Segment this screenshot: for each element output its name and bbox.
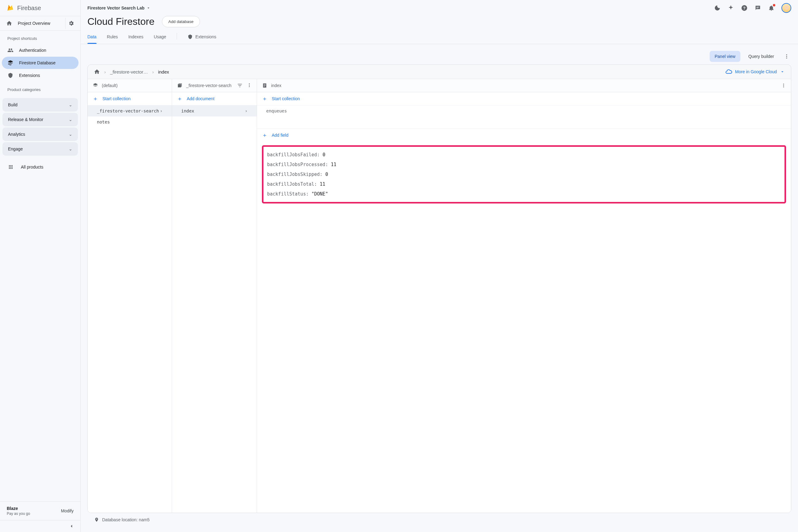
add-document-button[interactable]: ＋ Add document [172, 92, 257, 106]
start-collection-button[interactable]: ＋ Start collection [257, 92, 791, 106]
field-row[interactable]: backfillJobsSkipped: 0 [267, 169, 781, 179]
category-label: Engage [8, 147, 23, 151]
tabs: Data Rules Indexes Usage Extensions [81, 27, 798, 44]
document-detail-column: index ＋ Start collection enqueues [257, 79, 791, 513]
item-label: notes [97, 119, 110, 125]
home-icon[interactable] [94, 69, 100, 75]
cloud-icon [725, 68, 732, 75]
action-label: Add field [272, 133, 288, 138]
collection-icon [177, 83, 182, 88]
category-label: Build [8, 102, 17, 107]
chevron-down-icon [780, 69, 785, 74]
shortcuts-label: Project shortcuts [0, 31, 80, 44]
plus-icon: ＋ [262, 96, 268, 101]
sidebar-project-overview[interactable]: Project Overview [4, 20, 65, 26]
query-builder-button[interactable]: Query builder [743, 51, 779, 62]
sidebar-item-label: Firestore Database [19, 60, 55, 65]
category-release[interactable]: Release & Monitor⌄ [2, 113, 78, 126]
svg-point-15 [783, 87, 784, 87]
all-products[interactable]: All products [0, 159, 80, 175]
more-icon[interactable] [781, 83, 786, 88]
notification-dot [773, 4, 775, 6]
notifications-icon[interactable] [768, 5, 775, 11]
page-title: Cloud Firestore [87, 16, 155, 27]
spark-icon[interactable] [727, 5, 734, 11]
more-in-gcloud-link[interactable]: More in Google Cloud [725, 68, 785, 75]
field-row[interactable]: backfillJobsFailed: 0 [267, 150, 781, 160]
category-engage[interactable]: Engage⌄ [2, 142, 78, 156]
avatar[interactable] [781, 3, 791, 13]
firebase-icon [6, 4, 15, 12]
overview-label: Project Overview [18, 21, 50, 26]
plan-modify-button[interactable]: Modify [61, 508, 74, 513]
chat-icon[interactable] [755, 5, 761, 11]
tab-rules[interactable]: Rules [107, 32, 118, 43]
document-item[interactable]: index › [172, 106, 257, 116]
tab-extensions[interactable]: Extensions [187, 32, 216, 44]
svg-point-13 [783, 84, 784, 84]
collapse-sidebar-button[interactable] [0, 520, 80, 532]
brand-text: Firebase [17, 5, 41, 12]
chevron-down-icon: ⌄ [69, 132, 72, 137]
sidebar-item-extensions[interactable]: Extensions [2, 69, 78, 81]
collection-item[interactable]: _firestore-vector-search › [88, 106, 172, 116]
tab-indexes[interactable]: Indexes [128, 32, 143, 43]
plus-icon: ＋ [262, 132, 268, 138]
filter-icon[interactable] [237, 83, 242, 88]
help-icon[interactable]: ? [741, 5, 748, 11]
svg-point-6 [786, 58, 787, 59]
crumb-document[interactable]: index [158, 69, 169, 74]
add-field-button[interactable]: ＋ Add field [257, 129, 791, 141]
start-collection-button[interactable]: ＋ Start collection [88, 92, 172, 106]
home-icon [6, 20, 12, 26]
item-label: _firestore-vector-search [97, 109, 159, 113]
field-row[interactable]: backfillJobsTotal: 11 [267, 179, 781, 189]
gcloud-label: More in Google Cloud [735, 69, 777, 74]
project-picker[interactable]: Firestore Vector Search Lab [87, 5, 150, 11]
collection-item[interactable]: notes [88, 116, 172, 128]
sidebar-item-firestore[interactable]: Firestore Database [2, 57, 78, 69]
action-label: Start collection [272, 96, 300, 101]
svg-rect-10 [264, 84, 266, 84]
fields-highlight: backfillJobsFailed: 0 backfillJobsProces… [262, 145, 786, 204]
svg-point-5 [786, 56, 787, 57]
svg-rect-12 [264, 86, 265, 87]
category-label: Analytics [8, 132, 25, 137]
category-build[interactable]: Build⌄ [2, 98, 78, 112]
chevron-down-icon: ⌄ [69, 117, 72, 122]
category-analytics[interactable]: Analytics⌄ [2, 128, 78, 141]
chevron-down-icon: ⌄ [69, 102, 72, 107]
more-icon[interactable] [247, 83, 252, 88]
plan-name: Blaze [7, 506, 30, 511]
document-icon [262, 83, 268, 88]
chevron-right-icon: › [104, 69, 106, 74]
item-label: index [181, 109, 194, 113]
logo[interactable]: Firebase [0, 0, 80, 16]
tab-data[interactable]: Data [87, 32, 96, 43]
svg-rect-2 [756, 7, 759, 7]
subcollection-item[interactable]: enqueues [257, 106, 791, 116]
plus-icon: ＋ [93, 96, 98, 101]
location-label: Database location: nam5 [102, 517, 150, 522]
add-database-button[interactable]: Add database [162, 16, 200, 27]
database-location: Database location: nam5 [87, 513, 791, 525]
caret-down-icon [146, 6, 150, 10]
settings-gear-icon[interactable] [65, 18, 77, 29]
chevron-down-icon: ⌄ [69, 147, 72, 151]
chevron-right-icon: › [245, 109, 248, 113]
sidebar: Firebase Project Overview Project shortc… [0, 0, 81, 532]
more-menu-button[interactable] [782, 52, 791, 61]
action-label: Start collection [103, 96, 131, 101]
crumb-collection[interactable]: _firestore-vector… [110, 69, 148, 74]
sidebar-item-label: Extensions [19, 73, 40, 78]
field-row[interactable]: backfillStatus: "DONE" [267, 189, 781, 199]
field-row[interactable]: backfillJobsProcessed: 11 [267, 160, 781, 169]
divider [177, 33, 177, 40]
plus-icon: ＋ [177, 96, 182, 101]
panel-view-button[interactable]: Panel view [710, 51, 740, 62]
svg-rect-11 [264, 85, 266, 86]
theme-icon[interactable] [714, 5, 721, 11]
firestore-icon [7, 60, 14, 66]
tab-usage[interactable]: Usage [153, 32, 166, 43]
sidebar-item-authentication[interactable]: Authentication [2, 44, 78, 56]
